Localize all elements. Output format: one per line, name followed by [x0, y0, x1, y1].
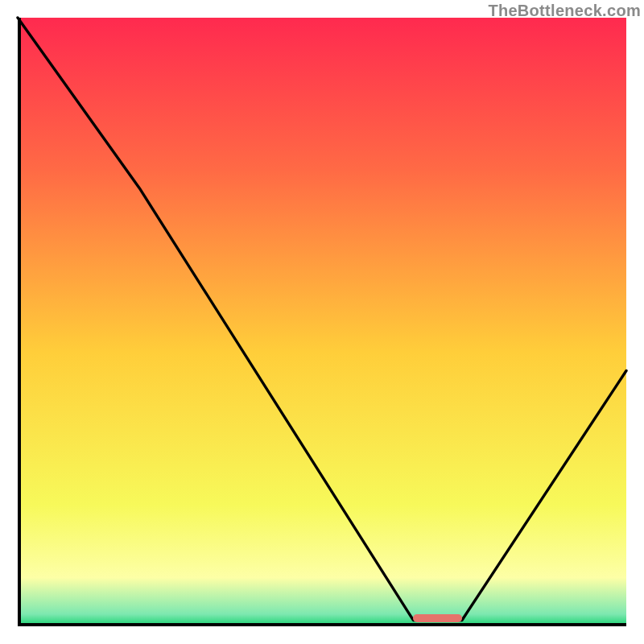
chart-curve [18, 18, 626, 626]
optimal-range-marker [413, 614, 461, 622]
x-axis [18, 623, 626, 626]
chart-plot-area [18, 18, 626, 626]
y-axis [18, 18, 21, 626]
